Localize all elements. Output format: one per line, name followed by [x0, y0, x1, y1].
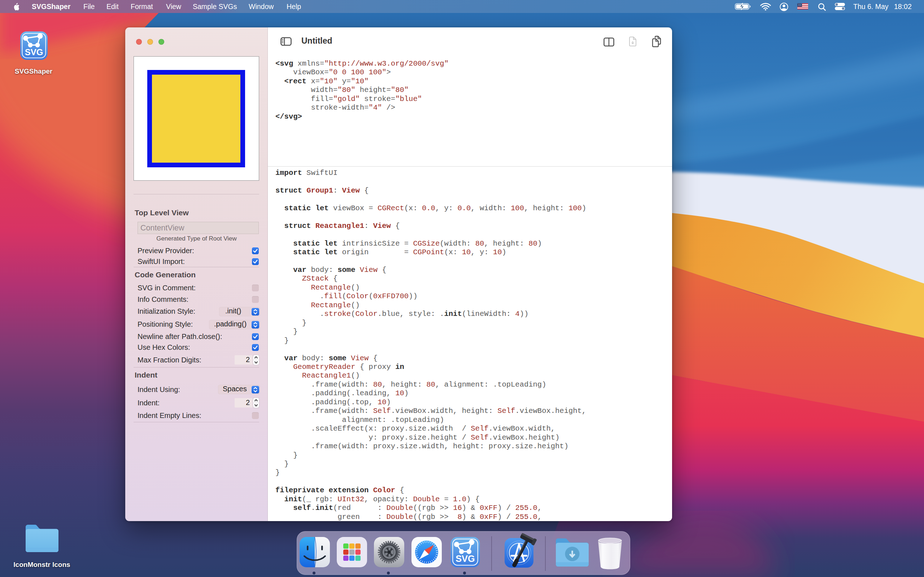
- svg-text:SVG: SVG: [25, 47, 43, 57]
- svg-text:SVG: SVG: [456, 554, 475, 564]
